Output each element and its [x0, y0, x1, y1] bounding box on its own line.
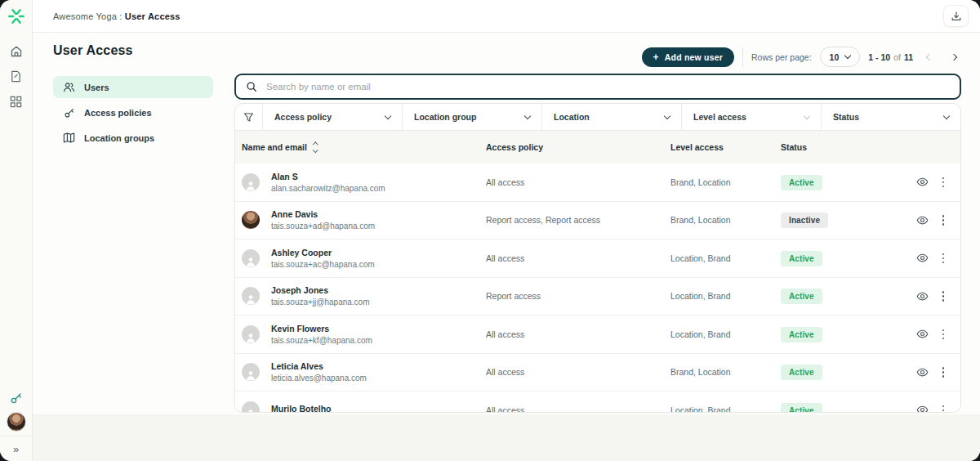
table-row[interactable]: Leticia Alves leticia.alves@hapana.com A…	[235, 354, 960, 392]
user-email: tais.souza+jj@hapana.com	[271, 298, 370, 307]
column-label: Name and email	[242, 142, 307, 152]
level-access-value: Brand, Location	[670, 177, 781, 187]
plus-icon: +	[653, 52, 659, 62]
user-avatar	[242, 249, 260, 267]
table-row[interactable]: Anne Davis tais.souza+ad@hapana.com Repo…	[235, 202, 960, 240]
sidebar-item-access-policies[interactable]: Access policies	[53, 101, 213, 123]
key-icon[interactable]	[9, 391, 23, 405]
table-row[interactable]: Kevin Flowers tais.souza+kf@hapana.com A…	[235, 316, 960, 354]
filter-label: Location group	[414, 112, 476, 122]
filter-access-policy[interactable]: Access policy	[263, 104, 403, 130]
view-user-button[interactable]	[916, 214, 929, 226]
user-email: tais.souza+ac@hapana.com	[271, 260, 375, 269]
total-count: 11	[904, 52, 913, 62]
person-icon	[245, 332, 256, 343]
filter-status[interactable]: Status	[822, 104, 960, 130]
table-row[interactable]: Joseph Jones tais.souza+jj@hapana.com Re…	[235, 278, 960, 316]
filter-label: Access policy	[274, 112, 332, 122]
status-badge: Active	[781, 289, 822, 304]
view-user-button[interactable]	[916, 366, 929, 378]
download-button[interactable]	[943, 5, 969, 27]
row-menu-button[interactable]	[941, 176, 947, 190]
view-user-button[interactable]	[916, 252, 929, 264]
users-icon	[63, 81, 75, 93]
users-table-card: Access policy Location group Location Le…	[234, 103, 961, 413]
access-policy-value: All access	[486, 177, 670, 187]
sidebar-item-users[interactable]: Users	[53, 76, 213, 98]
row-menu-button[interactable]	[941, 404, 947, 414]
level-access-value: Location, Brand	[670, 253, 781, 263]
chevron-down-icon	[804, 112, 810, 119]
filter-label: Status	[833, 112, 859, 122]
user-name: Leticia Alves	[271, 361, 367, 371]
chevron-down-icon	[664, 112, 670, 119]
search-input[interactable]	[265, 81, 950, 92]
user-avatar	[242, 325, 260, 343]
filter-label: Location	[554, 112, 590, 122]
map-icon	[63, 132, 75, 144]
level-access-value: Location, Brand	[670, 405, 781, 413]
filter-funnel-button[interactable]	[235, 104, 263, 130]
next-page-button[interactable]	[946, 49, 962, 65]
filter-label: Level access	[693, 112, 746, 122]
chevron-down-icon	[524, 112, 531, 119]
profile-avatar[interactable]	[7, 412, 26, 432]
sidebar-item-label: Users	[84, 83, 109, 92]
column-status: Status	[781, 142, 895, 152]
status-badge: Active	[781, 365, 822, 380]
sort-icon[interactable]	[314, 143, 318, 151]
filter-location-group[interactable]: Location group	[403, 104, 542, 130]
view-user-button[interactable]	[916, 404, 929, 413]
view-user-button[interactable]	[916, 328, 929, 340]
column-level-access: Level access	[670, 142, 781, 152]
filter-location[interactable]: Location	[542, 104, 682, 130]
chevron-down-icon	[844, 52, 851, 59]
table-row[interactable]: Murilo Botelho All access Location, Bran…	[235, 392, 960, 413]
collapse-sidebar-button[interactable]: »	[0, 436, 32, 461]
access-policy-value: All access	[486, 405, 670, 413]
user-avatar	[242, 211, 260, 229]
funnel-icon	[243, 112, 254, 123]
pagination-range: 1 - 10 of 11	[868, 52, 913, 62]
chevron-right-icon	[951, 53, 957, 60]
report-icon[interactable]	[9, 69, 23, 83]
eye-icon	[916, 404, 929, 413]
download-icon	[951, 11, 962, 22]
sidebar-item-label: Access policies	[84, 108, 152, 118]
user-name: Murilo Botelho	[271, 404, 332, 413]
table-row[interactable]: Alan S alan.sacharowitz@hapana.com All a…	[235, 163, 960, 202]
main-content: User Access + Add new user Rows per page…	[33, 33, 980, 461]
chevron-down-icon	[943, 112, 950, 119]
search-icon	[246, 81, 257, 92]
page-background-band	[33, 414, 980, 461]
level-access-value: Location, Brand	[670, 291, 781, 301]
row-menu-button[interactable]	[941, 289, 947, 303]
apps-grid-icon[interactable]	[9, 95, 23, 109]
add-new-user-button[interactable]: + Add new user	[642, 47, 734, 67]
access-policy-value: Report access, Report access	[486, 215, 670, 225]
filter-level-access[interactable]: Level access	[682, 104, 822, 130]
user-email: leticia.alves@hapana.com	[271, 374, 367, 383]
eye-icon	[916, 252, 929, 264]
row-menu-button[interactable]	[941, 252, 947, 266]
row-menu-button[interactable]	[941, 365, 947, 379]
breadcrumb-prefix: Awesome Yoga :	[53, 11, 125, 21]
access-policy-value: All access	[486, 253, 670, 263]
brand-logo[interactable]	[0, 0, 32, 33]
rows-per-page-select[interactable]: 10	[820, 47, 861, 67]
table-body: Alan S alan.sacharowitz@hapana.com All a…	[235, 163, 960, 413]
view-user-button[interactable]	[916, 290, 929, 302]
view-user-button[interactable]	[916, 176, 929, 188]
breadcrumb: Awesome Yoga : User Access	[53, 11, 180, 21]
eye-icon	[916, 290, 929, 302]
sidebar-item-location-groups[interactable]: Location groups	[53, 127, 213, 149]
eye-icon	[916, 328, 929, 340]
row-menu-button[interactable]	[941, 213, 947, 227]
search-bar	[234, 74, 961, 100]
home-icon[interactable]	[9, 44, 23, 58]
left-rail: »	[0, 0, 33, 461]
access-policy-value: All access	[486, 329, 670, 339]
previous-page-button[interactable]	[921, 49, 938, 65]
table-row[interactable]: Ashley Cooper tais.souza+ac@hapana.com A…	[235, 239, 960, 278]
row-menu-button[interactable]	[941, 328, 947, 342]
